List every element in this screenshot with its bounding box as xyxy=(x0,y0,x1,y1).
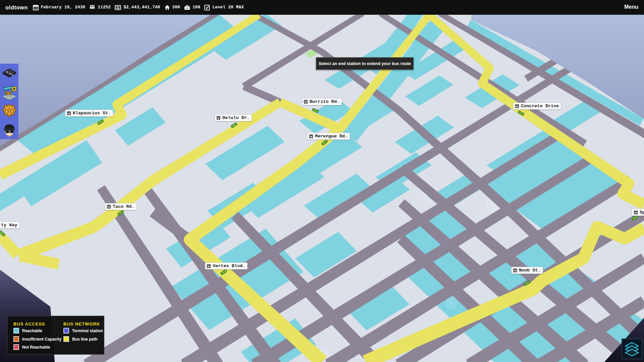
svg-text:$: $ xyxy=(117,6,119,10)
